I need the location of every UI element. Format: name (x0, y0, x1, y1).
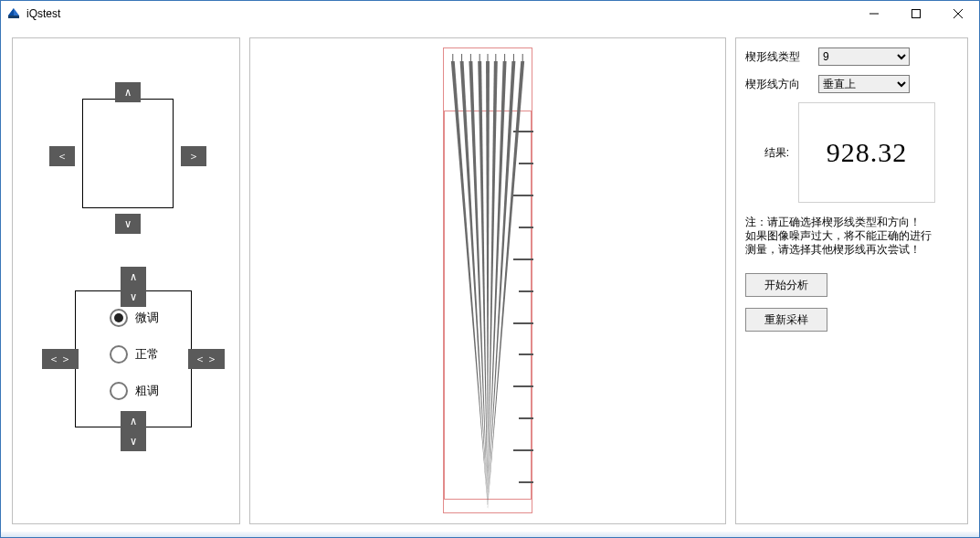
preview-panel (249, 37, 726, 524)
wedge-dir-row: 楔形线方向 垂直上 (745, 75, 958, 93)
radio-icon (110, 309, 128, 327)
svg-marker-14 (469, 61, 488, 509)
close-button[interactable] (937, 1, 979, 26)
wedge-type-select[interactable]: 9 (818, 47, 910, 66)
move-down-button[interactable]: ∨ (115, 214, 141, 234)
window-title: iQstest (26, 7, 60, 20)
svg-marker-18 (488, 61, 507, 509)
radio-icon (110, 345, 128, 364)
app-logo-icon (6, 6, 21, 21)
note-line-2: 如果图像噪声过大，将不能正确的进行 (745, 229, 958, 243)
app-window: iQstest ∧ ∨ ＜ ＞ ∧ ∨ ∧ ∨ ＜＞ (0, 0, 980, 538)
resize-top-out-button[interactable]: ∧ (121, 267, 146, 287)
title-bar: iQstest (1, 1, 979, 26)
result-row: 结果: 928.32 (745, 102, 958, 203)
resize-bottom-in-button[interactable]: ∧ (121, 411, 146, 431)
resize-top-in-button[interactable]: ∨ (121, 287, 146, 307)
tune-normal-row[interactable]: 正常 (110, 345, 159, 364)
settings-panel: 楔形线类型 9 楔形线方向 垂直上 结果: 928.32 注：请正确选择楔形线类… (735, 37, 968, 524)
roi-outer-rect (443, 47, 532, 513)
wedge-type-row: 楔形线类型 9 (745, 47, 958, 66)
tune-normal-label: 正常 (135, 346, 159, 363)
svg-rect-1 (869, 14, 879, 15)
note-line-3: 测量，请选择其他楔形线再次尝试！ (745, 243, 958, 257)
tune-coarse-row[interactable]: 粗调 (110, 382, 159, 400)
svg-rect-2 (912, 10, 921, 18)
resize-bottom-out-button[interactable]: ∨ (121, 431, 146, 451)
minimize-button[interactable] (853, 1, 895, 26)
tune-fine-label: 微调 (135, 310, 159, 326)
wedge-type-label: 楔形线类型 (745, 49, 811, 65)
note-text: 注：请正确选择楔形线类型和方向！ 如果图像噪声过大，将不能正确的进行 测量，请选… (745, 216, 958, 257)
tune-fine-row[interactable]: 微调 (110, 309, 159, 327)
resize-right-button[interactable]: ＜＞ (188, 349, 225, 369)
client-area: ∧ ∨ ＜ ＞ ∧ ∨ ∧ ∨ ＜＞ ＜＞ 微调 (1, 26, 979, 537)
radio-icon (110, 382, 128, 400)
move-left-button[interactable]: ＜ (49, 146, 75, 166)
roi-move-pad: ∧ ∨ ＜ ＞ (46, 82, 210, 247)
scale-ticks (510, 131, 533, 485)
navigation-panel: ∧ ∨ ＜ ＞ ∧ ∨ ∧ ∨ ＜＞ ＜＞ 微调 (12, 37, 240, 524)
result-label: 结果: (745, 145, 789, 161)
roi-resize-pad: ∧ ∨ ∧ ∨ ＜＞ ＜＞ 微调 正常 粗调 (46, 267, 219, 459)
resample-button[interactable]: 重新采样 (745, 308, 827, 332)
note-line-1: 注：请正确选择楔形线类型和方向！ (745, 216, 958, 229)
svg-rect-0 (8, 16, 19, 18)
move-right-button[interactable]: ＞ (181, 146, 206, 166)
result-value: 928.32 (798, 102, 935, 203)
tune-coarse-label: 粗调 (135, 383, 159, 399)
resize-left-button[interactable]: ＜＞ (42, 349, 79, 369)
wedge-dir-select[interactable]: 垂直上 (818, 75, 910, 93)
roi-box (82, 99, 174, 208)
move-up-button[interactable]: ∧ (115, 82, 141, 102)
analyze-button[interactable]: 开始分析 (745, 273, 827, 297)
maximize-button[interactable] (895, 1, 937, 26)
wedge-dir-label: 楔形线方向 (745, 77, 811, 92)
